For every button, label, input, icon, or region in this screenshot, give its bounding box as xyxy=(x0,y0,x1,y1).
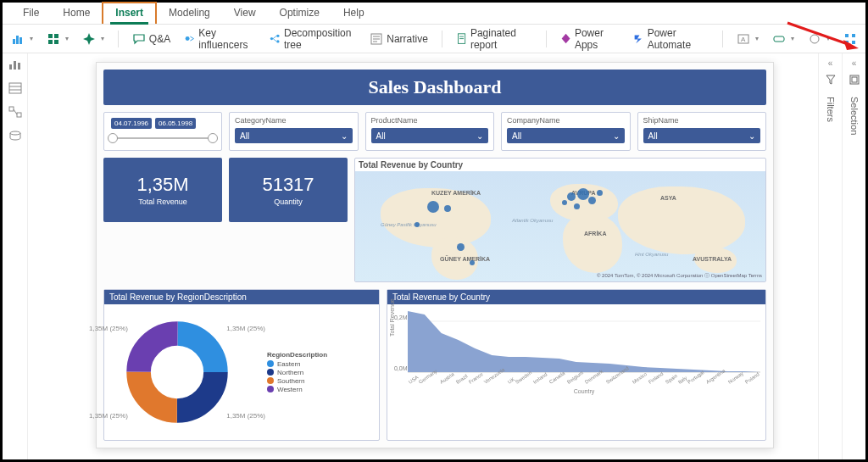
table-view-icon[interactable] xyxy=(8,82,22,94)
donut-seg-label: 1,35M (25%) xyxy=(89,412,128,420)
donut-chart[interactable]: 1,35M (25%) 1,35M (25%) 1,35M (25%) 1,35… xyxy=(104,304,379,440)
left-nav-rail xyxy=(3,53,28,459)
range-thumb-right[interactable] xyxy=(208,133,218,143)
new-visual-button[interactable]: ▾ xyxy=(11,32,33,46)
svg-marker-22 xyxy=(634,35,641,43)
kpi-revenue: 1,35M Total Revenue xyxy=(103,158,222,222)
map-title: Total Revenue by Country xyxy=(355,159,765,171)
menu-view[interactable]: View xyxy=(222,3,268,24)
slicer-label: CategoryName xyxy=(235,116,353,125)
range-thumb-left[interactable] xyxy=(108,133,118,143)
map-visual[interactable]: KUZEY AMERİKA GÜNEY AMERİKA AVRUPA AFRİK… xyxy=(355,171,765,281)
slicer-value: All xyxy=(648,131,658,141)
ai-visuals-button[interactable]: ▾ xyxy=(82,32,104,46)
map-sublabel: Hint Okyanusu xyxy=(635,252,668,257)
kpi-value: 1,35M xyxy=(136,174,188,196)
visuals-icon xyxy=(47,32,60,46)
power-apps-button[interactable]: Power Apps xyxy=(560,27,620,51)
ytick: 0,0M xyxy=(394,365,408,371)
svg-rect-5 xyxy=(48,34,53,38)
menu-file[interactable]: File xyxy=(11,3,51,24)
menu-home[interactable]: Home xyxy=(51,3,102,24)
ytick: 0,2M xyxy=(394,314,408,320)
svg-rect-28 xyxy=(852,34,855,37)
chevron-down-icon: ⌄ xyxy=(748,131,755,141)
donut-title: Total Revenue by RegionDescription xyxy=(104,290,379,304)
svg-rect-33 xyxy=(18,63,20,70)
map-sublabel: Güney Pasifik Okyanusu xyxy=(381,222,437,227)
ribbon: ▾ ▾ ▾ Q&A Key influencers Decomposition … xyxy=(3,25,865,53)
text-box-button[interactable]: A▾ xyxy=(737,32,759,46)
paginated-report-button[interactable]: Paginated report xyxy=(456,27,532,51)
slicer-product[interactable]: ProductName All⌄ xyxy=(365,112,495,151)
more-visuals-button[interactable]: ▾ xyxy=(47,32,69,46)
svg-rect-2 xyxy=(13,39,15,44)
svg-rect-7 xyxy=(48,40,53,44)
slicer-value: All xyxy=(240,131,249,141)
grid-icon xyxy=(843,32,857,46)
key-influencers-button[interactable]: Key influencers xyxy=(184,27,256,51)
shapes-button[interactable]: ▾ xyxy=(808,32,830,46)
shapes-icon xyxy=(808,32,821,46)
donut-seg-label: 1,35M (25%) xyxy=(89,325,128,332)
map-label: ASYA xyxy=(660,195,676,201)
map-attribution: © 2024 TomTom, © 2024 Microsoft Corporat… xyxy=(597,272,762,280)
menu-insert[interactable]: Insert xyxy=(102,2,157,24)
date-to: 06.05.1998 xyxy=(155,118,196,129)
kpi-label: Quantity xyxy=(274,198,303,206)
slicer-label: CompanyName xyxy=(507,116,625,125)
map-sublabel: Atlantik Okyanusu xyxy=(512,218,553,223)
kpi-quantity: 51317 Quantity xyxy=(229,158,348,222)
map-label: AFRİKA xyxy=(584,231,606,237)
donut-seg-label: 1,35M (25%) xyxy=(226,412,265,420)
report-canvas: Sales Dashboard 04.07.1996 06.05.1998 xyxy=(96,62,774,448)
chat-icon xyxy=(132,32,146,46)
qa-button[interactable]: Q&A xyxy=(132,32,170,46)
menu-modeling[interactable]: Modeling xyxy=(157,3,222,24)
map-label: GÜNEY AMERİKA xyxy=(440,256,490,262)
menu-optimize[interactable]: Optimize xyxy=(268,3,331,24)
date-slicer[interactable]: 04.07.1996 06.05.1998 xyxy=(103,112,222,151)
svg-rect-34 xyxy=(9,83,21,93)
area-chart[interactable]: Total Revenue 0,2M 0,0M USAGermanyAustri… xyxy=(387,304,765,403)
influencer-icon xyxy=(184,32,195,46)
chart-icon xyxy=(11,32,25,46)
powerapps-icon xyxy=(560,32,571,46)
dax-view-icon[interactable] xyxy=(8,130,22,142)
svg-rect-37 xyxy=(9,107,14,111)
decomp-tree-button[interactable]: Decomposition tree xyxy=(270,27,356,51)
chevron-down-icon: ⌄ xyxy=(341,131,348,141)
slicer-company[interactable]: CompanyName All⌄ xyxy=(501,112,631,151)
slicer-category[interactable]: CategoryName All⌄ xyxy=(229,112,359,151)
slicer-shipname[interactable]: ShipName All⌄ xyxy=(637,112,767,151)
svg-rect-3 xyxy=(16,36,19,44)
powerautomate-icon xyxy=(633,32,644,46)
svg-point-10 xyxy=(186,36,190,41)
svg-rect-32 xyxy=(14,61,16,70)
filter-icon xyxy=(826,73,836,88)
date-range-track[interactable] xyxy=(111,137,214,139)
model-view-icon[interactable] xyxy=(8,106,22,118)
button-icon xyxy=(772,32,786,46)
chevron-down-icon: ⌄ xyxy=(613,131,620,141)
filters-pane-collapsed[interactable]: « Filters xyxy=(818,53,842,459)
svg-text:A: A xyxy=(741,36,746,43)
buttons-button[interactable]: ▾ xyxy=(772,32,794,46)
svg-point-40 xyxy=(10,131,20,135)
svg-point-12 xyxy=(276,35,279,37)
kpi-value: 51317 xyxy=(262,174,314,196)
selection-icon xyxy=(849,73,860,88)
map-label: AVUSTRALYA xyxy=(693,256,732,262)
report-view-icon[interactable] xyxy=(8,58,22,70)
elements-button[interactable] xyxy=(843,32,857,46)
svg-marker-21 xyxy=(561,34,570,43)
svg-marker-9 xyxy=(83,33,95,45)
power-automate-button[interactable]: Power Automate xyxy=(633,27,709,51)
donut-seg-label: 1,35M (25%) xyxy=(226,325,265,332)
narrative-button[interactable]: Narrative xyxy=(370,32,428,46)
chevron-left-icon: « xyxy=(852,58,857,68)
kpi-label: Total Revenue xyxy=(138,198,187,206)
menu-help[interactable]: Help xyxy=(331,3,376,24)
svg-point-13 xyxy=(276,40,279,42)
selection-pane-collapsed[interactable]: « Selection xyxy=(842,53,865,459)
